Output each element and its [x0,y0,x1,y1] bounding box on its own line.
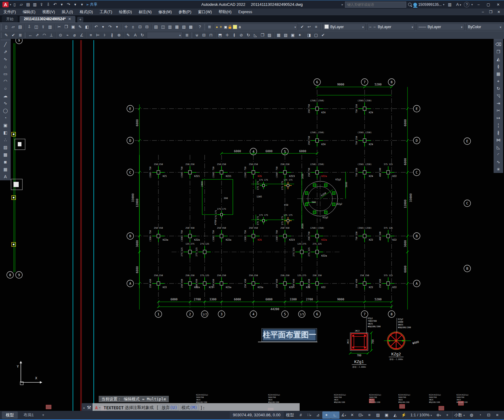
dim-jogged-icon[interactable]: ⌁ [64,32,71,39]
help-chevron[interactable]: ▾ [471,3,473,6]
command-option-undo[interactable]: 放弃(U) [160,404,179,411]
stretch-icon[interactable]: ⇥ [495,99,502,107]
open-button[interactable]: ▱ [18,1,25,8]
undo-button[interactable]: ↶ [52,1,59,8]
undo-chevron[interactable]: ▾ [59,1,65,8]
extrude-faces-icon[interactable]: ⬒ [217,32,224,39]
undo-icon[interactable]: ↶ [93,24,100,30]
designcenter-icon[interactable]: ◫ [160,24,167,30]
dim-angular-icon[interactable]: ∠ [78,32,85,39]
otrack-toggle[interactable]: ✕ [348,411,357,419]
ortho-toggle[interactable]: ∟ [331,411,339,419]
layer-dropdown[interactable]: ●☀▣a▾ [214,24,298,30]
pan-icon[interactable]: ✛ [123,24,130,30]
command-options-chevron[interactable]: ▾ [99,406,100,409]
table-icon[interactable]: ▦ [2,166,9,173]
properties-icon[interactable]: ▤ [153,24,160,30]
save-icon[interactable]: ▤ [17,24,24,30]
model-tab[interactable]: 模型 [2,411,18,419]
new-icon[interactable]: ▯ [3,24,10,30]
color-dropdown-chevron-icon[interactable]: ▾ [362,25,364,29]
dim-text-edit-icon[interactable]: A [132,32,139,39]
tab-close-icon[interactable]: ✕ [68,17,71,21]
dim-radius-icon[interactable]: ⊙ [57,32,64,39]
quick-dim-icon[interactable]: ≡ [87,32,94,39]
spell-check-icon[interactable]: ✔ [10,32,17,39]
extend-icon[interactable]: ↦ [495,114,502,122]
dim-update-icon[interactable]: ↻ [139,32,146,39]
menu-dimension[interactable]: 标注(N) [135,9,155,15]
app-store-icon[interactable]: ▥ [446,1,453,8]
ellipse-icon[interactable]: ◯ [2,107,9,114]
save-button[interactable]: ▤ [25,1,32,8]
make-layer-current-icon[interactable]: ✔ [299,24,306,30]
toolbar-grip[interactable] [0,32,2,38]
break-at-point-icon[interactable]: ¦ [495,122,502,129]
model-space-canvas[interactable]: KZ24(KZ21a)500X7004Φ25Φ8@100/200KZ24(KZ2… [0,39,504,411]
intersect-icon[interactable]: ⊓ [207,32,214,39]
annotation-a-icon[interactable]: A [95,405,97,410]
scale-icon[interactable]: ◹ [495,92,502,99]
plot-button[interactable]: ⇩ [45,1,52,8]
help-menu-icon[interactable]: ? [464,2,469,7]
line-icon[interactable]: ╱ [2,41,9,48]
rotate-faces-icon[interactable]: ↻ [245,32,252,39]
markup-icon[interactable]: ▧ [180,24,188,30]
tool-palettes-icon[interactable]: ▥ [166,24,173,30]
copy-faces-icon[interactable]: ❐ [259,32,266,39]
dim-ordinate-icon[interactable]: ⊥ [48,32,55,39]
delete-faces-icon[interactable]: ⊘ [238,32,245,39]
insert-block-icon[interactable]: ▣ [2,122,9,129]
taper-faces-icon[interactable]: ◺ [252,32,259,39]
erase-icon[interactable]: ⌫ [495,41,502,48]
linetype-dropdown[interactable]: – –ByLayer▾ [367,24,415,30]
zoom-window-icon[interactable]: ⊡ [137,24,144,30]
osnap-toggle[interactable]: ⊡▾ [357,411,365,419]
search-icon[interactable] [408,3,411,6]
color-faces-icon[interactable]: ▨ [266,32,273,39]
revcloud-icon[interactable]: ☁ [2,92,9,99]
lineweight-dropdown[interactable]: ——ByLayer▾ [417,24,464,30]
graphics-performance-toggle[interactable]: ◔ [476,411,484,419]
search-input[interactable] [347,2,405,7]
dim-center-mark-icon[interactable]: ⊕ [116,32,123,39]
explode-icon[interactable]: ✳ [495,166,502,173]
trim-icon[interactable]: ✂ [495,107,502,114]
dim-arc-length-icon[interactable]: ◠ [41,32,48,39]
point-icon[interactable]: ∴ [2,136,9,144]
annotation-scale-add[interactable]: + [443,411,452,419]
dim-style-manager-icon[interactable]: ≣ [184,32,191,39]
toolbar-grip[interactable] [0,24,2,30]
join-icon[interactable]: ⋈ [495,136,502,144]
open-icon[interactable]: ▱ [10,24,17,30]
maximize-button[interactable]: ▢ [484,2,492,7]
clean-icon[interactable]: ✦ [296,32,303,39]
construction-line-icon[interactable]: ⇗ [2,48,9,55]
qat-customize[interactable]: ▾ [79,1,85,8]
tab-current-drawing[interactable]: 20114111302482490524*✕ [20,16,75,22]
polygon-icon[interactable]: ⌂ [2,63,9,70]
menu-draw[interactable]: 绘图(D) [116,9,135,15]
dim-diameter-icon[interactable]: ⌀ [71,32,78,39]
sheet-set-icon[interactable]: ▦ [173,24,180,30]
copy-edges-icon[interactable]: ▦ [275,32,282,39]
ellipse-arc-icon[interactable]: ◔ [2,114,9,122]
command-history-icon[interactable]: » [83,406,85,410]
linetype-dropdown-chevron-icon[interactable]: ▾ [411,25,413,29]
copy-icon[interactable]: ❐ [495,48,502,55]
autoscale-toggle[interactable]: ⚡ [400,411,408,419]
blend-icon[interactable]: ∿ [495,158,502,166]
rotate-icon[interactable]: ↻ [495,85,502,92]
mtext-icon[interactable]: A [2,173,9,180]
redo-dd[interactable]: ▾ [113,24,120,30]
menu-modify[interactable]: 修改(M) [155,9,175,15]
publish-icon[interactable]: ⇪ [40,24,47,30]
selection-cycling-toggle[interactable]: ▣ [382,411,391,419]
hatch-icon[interactable]: ▨ [2,144,9,151]
save-as-button[interactable]: ▥ [32,1,38,8]
dim-linear-icon[interactable]: ↔ [27,32,34,39]
model-space-button[interactable]: 模型 [284,411,296,419]
color-edges-icon[interactable]: ▧ [282,32,289,39]
lineweight-dropdown-chevron-icon[interactable]: ▾ [461,25,463,29]
command-customize-wrench-icon[interactable]: ⚒ [87,405,91,411]
